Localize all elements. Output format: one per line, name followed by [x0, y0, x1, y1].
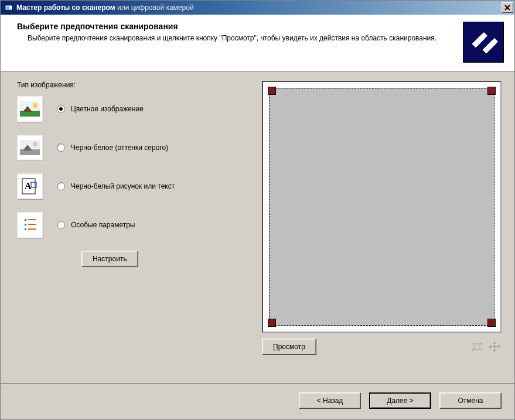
radio-custom[interactable]: [57, 221, 65, 229]
app-icon: [4, 3, 13, 12]
back-button[interactable]: < Назад: [299, 392, 361, 409]
color-photo-icon: [17, 96, 43, 122]
full-page-icon[interactable]: [487, 340, 502, 353]
svg-rect-15: [25, 228, 26, 230]
close-button[interactable]: [502, 2, 513, 13]
image-type-label: Тип изображения:: [17, 81, 245, 89]
bw-text-icon: A: [17, 173, 43, 199]
svg-point-5: [33, 103, 37, 108]
option-bw-text[interactable]: A Черно-белый рисунок или текст: [17, 173, 245, 199]
preview-button[interactable]: Просмотр: [262, 339, 316, 355]
crop-handle-bottom-right[interactable]: [487, 319, 496, 327]
wizard-header: Выберите предпочтения сканирования Выбер…: [1, 15, 514, 71]
configure-button[interactable]: Настроить: [81, 251, 138, 267]
svg-rect-13: [25, 219, 26, 221]
option-custom-label: Особые параметры: [71, 221, 135, 229]
titlebar: Мастер работы со сканером или цифровой к…: [1, 1, 514, 15]
preview-selection[interactable]: [269, 88, 494, 326]
option-grayscale[interactable]: Черно-белое (оттенки серого): [17, 135, 245, 161]
window-title: Мастер работы со сканером или цифровой к…: [16, 4, 194, 12]
radio-color[interactable]: [57, 105, 65, 113]
scanner-wizard-icon: [463, 22, 504, 63]
grayscale-photo-icon: [17, 135, 43, 161]
preview-frame: [262, 81, 502, 333]
image-type-panel: Тип изображения: Цветное изображение Чер…: [17, 81, 245, 378]
header-title: Выберите предпочтения сканирования: [17, 22, 453, 31]
preview-panel: Просмотр: [262, 81, 502, 378]
svg-rect-19: [474, 344, 480, 350]
svg-text:A: A: [25, 181, 32, 191]
crop-handle-top-left[interactable]: [268, 87, 276, 95]
wizard-body: Тип изображения: Цветное изображение Чер…: [1, 71, 514, 384]
option-color-label: Цветное изображение: [71, 105, 144, 113]
option-color[interactable]: Цветное изображение: [17, 96, 245, 122]
svg-rect-14: [25, 224, 26, 226]
option-custom[interactable]: Особые параметры: [17, 212, 245, 238]
option-grayscale-label: Черно-белое (оттенки серого): [71, 144, 168, 152]
wizard-footer: < Назад Далее > Отмена: [1, 384, 514, 419]
wizard-window: Мастер работы со сканером или цифровой к…: [0, 0, 515, 420]
fit-selection-icon[interactable]: [470, 340, 484, 353]
cancel-button[interactable]: Отмена: [439, 392, 502, 409]
option-bw-text-label: Черно-белый рисунок или текст: [71, 182, 175, 190]
svg-point-9: [33, 142, 37, 146]
custom-settings-icon: [17, 212, 43, 238]
svg-rect-1: [6, 6, 9, 9]
crop-handle-top-right[interactable]: [487, 87, 496, 95]
radio-grayscale[interactable]: [57, 144, 65, 152]
crop-handle-bottom-left[interactable]: [268, 319, 276, 327]
next-button[interactable]: Далее >: [369, 392, 431, 409]
header-description: Выберите предпочтения сканирования и щел…: [17, 33, 453, 43]
radio-bw-text[interactable]: [57, 182, 65, 190]
